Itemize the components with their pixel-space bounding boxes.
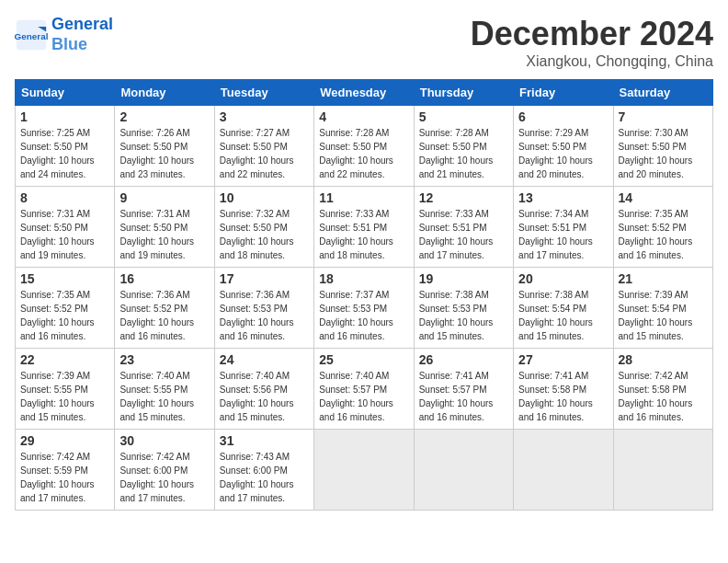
table-cell [613,430,712,511]
day-info: Sunrise: 7:35 AM Sunset: 5:52 PM Dayligh… [619,207,708,262]
day-number: 4 [319,109,408,124]
table-cell: 25Sunrise: 7:40 AM Sunset: 5:57 PM Dayli… [314,349,414,430]
table-cell: 13Sunrise: 7:34 AM Sunset: 5:51 PM Dayli… [514,187,613,268]
calendar-header-row: Sunday Monday Tuesday Wednesday Thursday… [16,80,713,106]
day-info: Sunrise: 7:35 AM Sunset: 5:52 PM Dayligh… [20,288,109,343]
table-cell: 19Sunrise: 7:38 AM Sunset: 5:53 PM Dayli… [414,268,513,349]
location-label: Xiangkou, Chongqing, China [471,53,713,70]
table-cell: 3Sunrise: 7:27 AM Sunset: 5:50 PM Daylig… [214,106,313,187]
logo-name: General Blue [51,15,113,54]
day-number: 1 [20,109,109,124]
day-number: 25 [319,352,408,367]
calendar-row-0: 1Sunrise: 7:25 AM Sunset: 5:50 PM Daylig… [16,106,713,187]
day-info: Sunrise: 7:26 AM Sunset: 5:50 PM Dayligh… [119,126,209,181]
day-info: Sunrise: 7:33 AM Sunset: 5:51 PM Dayligh… [419,207,508,262]
table-cell: 18Sunrise: 7:37 AM Sunset: 5:53 PM Dayli… [314,268,414,349]
day-number: 7 [619,109,708,124]
table-cell: 1Sunrise: 7:25 AM Sunset: 5:50 PM Daylig… [16,106,115,187]
day-info: Sunrise: 7:39 AM Sunset: 5:55 PM Dayligh… [20,369,109,424]
day-info: Sunrise: 7:41 AM Sunset: 5:58 PM Dayligh… [518,369,608,424]
day-number: 6 [518,109,608,124]
calendar-row-1: 8Sunrise: 7:31 AM Sunset: 5:50 PM Daylig… [16,187,713,268]
day-number: 8 [20,190,109,205]
table-cell: 11Sunrise: 7:33 AM Sunset: 5:51 PM Dayli… [314,187,414,268]
day-info: Sunrise: 7:28 AM Sunset: 5:50 PM Dayligh… [319,126,408,181]
table-cell: 12Sunrise: 7:33 AM Sunset: 5:51 PM Dayli… [414,187,513,268]
day-info: Sunrise: 7:39 AM Sunset: 5:54 PM Dayligh… [619,288,708,343]
table-cell: 9Sunrise: 7:31 AM Sunset: 5:50 PM Daylig… [115,187,214,268]
day-number: 12 [419,190,508,205]
table-cell: 31Sunrise: 7:43 AM Sunset: 6:00 PM Dayli… [214,430,313,511]
col-tuesday: Tuesday [214,80,313,106]
day-info: Sunrise: 7:32 AM Sunset: 5:50 PM Dayligh… [220,207,309,262]
day-info: Sunrise: 7:40 AM Sunset: 5:57 PM Dayligh… [319,369,408,424]
day-number: 13 [518,190,608,205]
day-info: Sunrise: 7:28 AM Sunset: 5:50 PM Dayligh… [419,126,508,181]
day-number: 3 [220,109,309,124]
day-number: 16 [119,271,209,286]
day-number: 24 [220,352,309,367]
table-cell: 27Sunrise: 7:41 AM Sunset: 5:58 PM Dayli… [514,349,613,430]
day-info: Sunrise: 7:38 AM Sunset: 5:54 PM Dayligh… [518,288,608,343]
table-cell: 22Sunrise: 7:39 AM Sunset: 5:55 PM Dayli… [16,349,115,430]
day-info: Sunrise: 7:31 AM Sunset: 5:50 PM Dayligh… [119,207,209,262]
calendar-row-2: 15Sunrise: 7:35 AM Sunset: 5:52 PM Dayli… [16,268,713,349]
day-number: 5 [419,109,508,124]
day-info: Sunrise: 7:43 AM Sunset: 6:00 PM Dayligh… [220,450,309,505]
day-info: Sunrise: 7:33 AM Sunset: 5:51 PM Dayligh… [319,207,408,262]
col-friday: Friday [514,80,613,106]
day-info: Sunrise: 7:40 AM Sunset: 5:56 PM Dayligh… [220,369,309,424]
table-cell: 28Sunrise: 7:42 AM Sunset: 5:58 PM Dayli… [613,349,712,430]
table-cell: 4Sunrise: 7:28 AM Sunset: 5:50 PM Daylig… [314,106,414,187]
col-monday: Monday [115,80,214,106]
day-info: Sunrise: 7:36 AM Sunset: 5:53 PM Dayligh… [220,288,309,343]
day-info: Sunrise: 7:25 AM Sunset: 5:50 PM Dayligh… [20,126,109,181]
col-saturday: Saturday [613,80,712,106]
day-info: Sunrise: 7:40 AM Sunset: 5:55 PM Dayligh… [119,369,209,424]
logo: General General Blue [15,15,113,54]
day-info: Sunrise: 7:37 AM Sunset: 5:53 PM Dayligh… [319,288,408,343]
col-thursday: Thursday [414,80,513,106]
day-number: 19 [419,271,508,286]
day-number: 26 [419,352,508,367]
day-number: 29 [20,433,109,448]
table-cell: 8Sunrise: 7:31 AM Sunset: 5:50 PM Daylig… [16,187,115,268]
day-number: 18 [319,271,408,286]
day-info: Sunrise: 7:38 AM Sunset: 5:53 PM Dayligh… [419,288,508,343]
table-cell: 26Sunrise: 7:41 AM Sunset: 5:57 PM Dayli… [414,349,513,430]
table-cell: 15Sunrise: 7:35 AM Sunset: 5:52 PM Dayli… [16,268,115,349]
table-cell [514,430,613,511]
table-cell: 2Sunrise: 7:26 AM Sunset: 5:50 PM Daylig… [115,106,214,187]
day-number: 30 [119,433,209,448]
page-header: General General Blue December 2024 Xiang… [15,15,713,70]
day-info: Sunrise: 7:34 AM Sunset: 5:51 PM Dayligh… [518,207,608,262]
calendar-row-4: 29Sunrise: 7:42 AM Sunset: 5:59 PM Dayli… [16,430,713,511]
day-number: 17 [220,271,309,286]
day-number: 28 [619,352,708,367]
table-cell: 23Sunrise: 7:40 AM Sunset: 5:55 PM Dayli… [115,349,214,430]
day-info: Sunrise: 7:42 AM Sunset: 6:00 PM Dayligh… [119,450,209,505]
table-cell [414,430,513,511]
day-number: 21 [619,271,708,286]
day-number: 9 [119,190,209,205]
day-number: 23 [119,352,209,367]
day-info: Sunrise: 7:31 AM Sunset: 5:50 PM Dayligh… [20,207,109,262]
day-info: Sunrise: 7:41 AM Sunset: 5:57 PM Dayligh… [419,369,508,424]
day-info: Sunrise: 7:27 AM Sunset: 5:50 PM Dayligh… [220,126,309,181]
day-info: Sunrise: 7:29 AM Sunset: 5:50 PM Dayligh… [518,126,608,181]
table-cell: 29Sunrise: 7:42 AM Sunset: 5:59 PM Dayli… [16,430,115,511]
day-number: 11 [319,190,408,205]
day-info: Sunrise: 7:42 AM Sunset: 5:58 PM Dayligh… [619,369,708,424]
day-number: 15 [20,271,109,286]
day-info: Sunrise: 7:36 AM Sunset: 5:52 PM Dayligh… [119,288,209,343]
col-wednesday: Wednesday [314,80,414,106]
month-title: December 2024 [471,15,713,53]
calendar-row-3: 22Sunrise: 7:39 AM Sunset: 5:55 PM Dayli… [16,349,713,430]
day-number: 20 [518,271,608,286]
table-cell: 24Sunrise: 7:40 AM Sunset: 5:56 PM Dayli… [214,349,313,430]
day-number: 10 [220,190,309,205]
table-cell: 30Sunrise: 7:42 AM Sunset: 6:00 PM Dayli… [115,430,214,511]
table-cell: 6Sunrise: 7:29 AM Sunset: 5:50 PM Daylig… [514,106,613,187]
day-number: 14 [619,190,708,205]
logo-icon: General [15,18,48,52]
